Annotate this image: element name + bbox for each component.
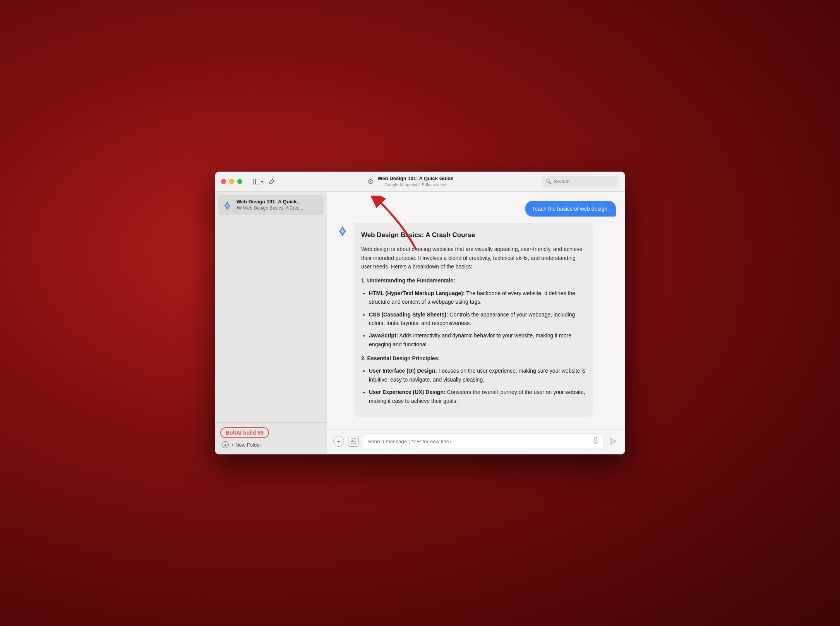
window-title: Web Design 101: A Quick Guide: [377, 175, 453, 182]
build-badge: BoltAI build 69: [220, 427, 269, 438]
traffic-lights: [215, 179, 249, 184]
image-button[interactable]: [348, 436, 359, 447]
user-message: Teach the basics of web design.: [336, 201, 616, 217]
send-icon: [610, 438, 617, 445]
ai-avatar-icon: [336, 225, 349, 237]
close-button[interactable]: [221, 179, 226, 184]
settings-icon[interactable]: ⚙: [367, 177, 374, 186]
new-folder-button[interactable]: + + New Folder: [220, 438, 263, 450]
search-icon: 🔍: [545, 179, 552, 184]
message-input-wrap[interactable]: [363, 433, 603, 449]
conversation-item-text: Web Design 101: A Quick... ## Web Design…: [237, 199, 320, 211]
list-term: CSS (Cascading Style Sheets):: [369, 311, 448, 318]
conversation-item-title: Web Design 101: A Quick...: [237, 199, 320, 205]
list-item: CSS (Cascading Style Sheets): Controls t…: [369, 310, 586, 328]
svg-rect-0: [253, 179, 260, 184]
ai-bubble: Web Design Basics: A Crash Course Web de…: [353, 223, 593, 418]
title-center: ⚙ Web Design 101: A Quick Guide Google A…: [279, 175, 542, 187]
section1-list: HTML (HyperText Markup Language): The ba…: [369, 289, 586, 349]
sidebar-toggle-button[interactable]: ▾: [252, 177, 265, 186]
minimize-button[interactable]: [229, 179, 234, 184]
svg-point-5: [352, 440, 353, 440]
list-item: User Interface (UI) Design: Focuses on t…: [369, 366, 586, 384]
sidebar: Web Design 101: A Quick... ## Web Design…: [215, 192, 327, 454]
list-term: JavaScript:: [369, 332, 398, 339]
image-icon: [351, 439, 356, 444]
main-content: Web Design 101: A Quick... ## Web Design…: [215, 192, 625, 454]
conversation-item-preview: ## Web Design Basics: A Cras...: [237, 205, 320, 211]
sidebar-icon: [253, 179, 260, 184]
ai-response-heading: Web Design Basics: A Crash Course: [361, 230, 586, 240]
conversation-list: Web Design 101: A Quick... ## Web Design…: [215, 192, 327, 422]
chat-messages: Teach the basics of web design. Web Desi…: [327, 192, 625, 429]
section2-title: 2. Essential Design Principles:: [361, 354, 586, 363]
window-title-block: Web Design 101: A Quick Guide Google AI …: [377, 175, 453, 187]
chevron-icon: ▾: [261, 179, 263, 184]
section2-list: User Interface (UI) Design: Focuses on t…: [369, 366, 586, 405]
compose-button[interactable]: [267, 177, 276, 186]
svg-line-2: [273, 179, 274, 181]
list-item: User Experience (UX) Design: Considers t…: [369, 388, 586, 405]
chat-area: Teach the basics of web design. Web Desi…: [327, 192, 625, 454]
gemini-icon: [222, 200, 233, 211]
search-input[interactable]: [554, 179, 615, 184]
microphone-icon: [593, 437, 598, 445]
list-term: HTML (HyperText Markup Language):: [369, 290, 465, 296]
ai-message: Web Design Basics: A Crash Course Web de…: [336, 223, 616, 418]
maximize-button[interactable]: [237, 179, 242, 184]
plus-icon: +: [337, 438, 340, 444]
app-window: ▾ ⚙ Web Design 101: A Quick Guide Google…: [215, 172, 625, 454]
message-input[interactable]: [368, 439, 590, 444]
sidebar-footer: BoltAI build 69 + + New Folder: [215, 422, 327, 454]
add-button[interactable]: +: [333, 436, 344, 447]
new-folder-plus-icon: +: [222, 441, 229, 448]
list-term: User Experience (UX) Design:: [369, 389, 446, 395]
list-item: HTML (HyperText Markup Language): The ba…: [369, 289, 586, 306]
list-item: JavaScript: Adds interactivity and dynam…: [369, 331, 586, 349]
toolbar-left: ▾: [249, 177, 279, 186]
chat-input-bar: +: [327, 429, 625, 454]
title-bar: ▾ ⚙ Web Design 101: A Quick Guide Google…: [215, 172, 625, 192]
conversation-item[interactable]: Web Design 101: A Quick... ## Web Design…: [218, 195, 324, 215]
search-bar[interactable]: 🔍: [542, 176, 619, 187]
compose-icon: [269, 179, 275, 185]
send-button[interactable]: [607, 435, 619, 447]
list-term: User Interface (UI) Design:: [369, 368, 437, 374]
section1-title: 1. Understanding the Fundamentals:: [361, 276, 586, 285]
ai-response-intro: Web design is about creating websites th…: [361, 245, 586, 271]
user-bubble: Teach the basics of web design.: [525, 201, 616, 217]
window-subtitle: Google AI gemini-1.5-flash-latest: [377, 182, 453, 187]
svg-rect-6: [595, 437, 597, 441]
new-folder-label: + New Folder: [231, 442, 261, 448]
